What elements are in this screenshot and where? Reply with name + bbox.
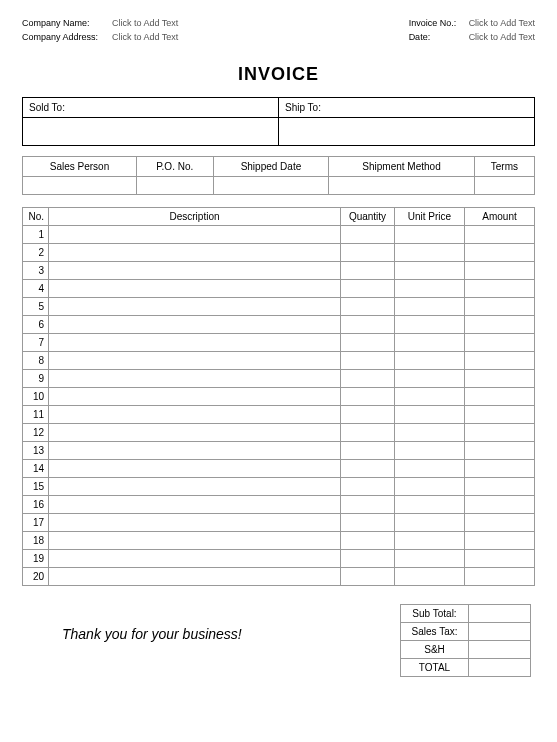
row-quantity[interactable] [341, 316, 395, 334]
row-quantity[interactable] [341, 496, 395, 514]
terms-value[interactable] [474, 177, 534, 195]
sh-value[interactable] [469, 641, 531, 659]
row-unit-price[interactable] [395, 532, 465, 550]
row-unit-price[interactable] [395, 406, 465, 424]
row-quantity[interactable] [341, 226, 395, 244]
row-amount[interactable] [465, 334, 535, 352]
row-amount[interactable] [465, 442, 535, 460]
row-unit-price[interactable] [395, 262, 465, 280]
row-description[interactable] [49, 442, 341, 460]
row-unit-price[interactable] [395, 352, 465, 370]
row-unit-price[interactable] [395, 370, 465, 388]
row-quantity[interactable] [341, 298, 395, 316]
row-amount[interactable] [465, 370, 535, 388]
row-no: 16 [23, 496, 49, 514]
row-amount[interactable] [465, 226, 535, 244]
row-amount[interactable] [465, 244, 535, 262]
row-unit-price[interactable] [395, 226, 465, 244]
row-amount[interactable] [465, 280, 535, 298]
row-no: 12 [23, 424, 49, 442]
row-unit-price[interactable] [395, 298, 465, 316]
sold-to-value[interactable] [23, 118, 279, 146]
company-address-value[interactable]: Click to Add Text [112, 32, 178, 42]
row-quantity[interactable] [341, 532, 395, 550]
row-quantity[interactable] [341, 568, 395, 586]
row-description[interactable] [49, 532, 341, 550]
total-value[interactable] [469, 659, 531, 677]
row-quantity[interactable] [341, 424, 395, 442]
row-quantity[interactable] [341, 244, 395, 262]
row-amount[interactable] [465, 406, 535, 424]
date-value[interactable]: Click to Add Text [469, 32, 535, 42]
row-amount[interactable] [465, 352, 535, 370]
ship-to-value[interactable] [279, 118, 535, 146]
row-unit-price[interactable] [395, 496, 465, 514]
row-unit-price[interactable] [395, 244, 465, 262]
row-description[interactable] [49, 514, 341, 532]
row-quantity[interactable] [341, 334, 395, 352]
sales-person-value[interactable] [23, 177, 137, 195]
row-description[interactable] [49, 334, 341, 352]
row-description[interactable] [49, 388, 341, 406]
row-quantity[interactable] [341, 280, 395, 298]
row-quantity[interactable] [341, 514, 395, 532]
row-description[interactable] [49, 316, 341, 334]
row-quantity[interactable] [341, 262, 395, 280]
row-amount[interactable] [465, 262, 535, 280]
row-unit-price[interactable] [395, 568, 465, 586]
row-amount[interactable] [465, 298, 535, 316]
po-no-value[interactable] [136, 177, 213, 195]
row-amount[interactable] [465, 496, 535, 514]
sales-tax-label: Sales Tax: [401, 623, 469, 641]
row-quantity[interactable] [341, 550, 395, 568]
row-description[interactable] [49, 280, 341, 298]
row-quantity[interactable] [341, 442, 395, 460]
row-unit-price[interactable] [395, 478, 465, 496]
row-unit-price[interactable] [395, 460, 465, 478]
row-amount[interactable] [465, 388, 535, 406]
row-quantity[interactable] [341, 406, 395, 424]
row-amount[interactable] [465, 532, 535, 550]
row-quantity[interactable] [341, 370, 395, 388]
row-description[interactable] [49, 550, 341, 568]
row-quantity[interactable] [341, 460, 395, 478]
shipped-date-header: Shipped Date [213, 157, 329, 177]
row-amount[interactable] [465, 460, 535, 478]
row-unit-price[interactable] [395, 316, 465, 334]
shipped-date-value[interactable] [213, 177, 329, 195]
row-description[interactable] [49, 370, 341, 388]
row-description[interactable] [49, 496, 341, 514]
row-amount[interactable] [465, 568, 535, 586]
row-description[interactable] [49, 406, 341, 424]
row-quantity[interactable] [341, 388, 395, 406]
row-unit-price[interactable] [395, 550, 465, 568]
row-amount[interactable] [465, 550, 535, 568]
sales-tax-value[interactable] [469, 623, 531, 641]
row-description[interactable] [49, 568, 341, 586]
invoice-no-value[interactable]: Click to Add Text [469, 18, 535, 28]
row-amount[interactable] [465, 514, 535, 532]
row-description[interactable] [49, 262, 341, 280]
row-description[interactable] [49, 244, 341, 262]
row-description[interactable] [49, 226, 341, 244]
row-unit-price[interactable] [395, 424, 465, 442]
row-amount[interactable] [465, 316, 535, 334]
row-amount[interactable] [465, 424, 535, 442]
row-description[interactable] [49, 478, 341, 496]
company-name-value[interactable]: Click to Add Text [112, 18, 178, 28]
row-quantity[interactable] [341, 478, 395, 496]
row-unit-price[interactable] [395, 388, 465, 406]
row-unit-price[interactable] [395, 334, 465, 352]
row-unit-price[interactable] [395, 280, 465, 298]
row-description[interactable] [49, 352, 341, 370]
row-description[interactable] [49, 298, 341, 316]
terms-header: Terms [474, 157, 534, 177]
sub-total-value[interactable] [469, 605, 531, 623]
row-unit-price[interactable] [395, 514, 465, 532]
row-amount[interactable] [465, 478, 535, 496]
shipment-method-value[interactable] [329, 177, 474, 195]
row-description[interactable] [49, 424, 341, 442]
row-unit-price[interactable] [395, 442, 465, 460]
row-description[interactable] [49, 460, 341, 478]
row-quantity[interactable] [341, 352, 395, 370]
